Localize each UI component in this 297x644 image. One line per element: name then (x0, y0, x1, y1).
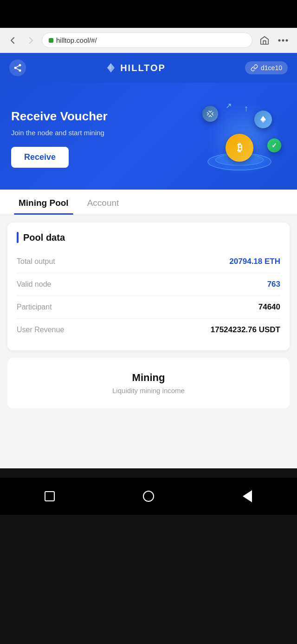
status-bar (0, 0, 297, 28)
table-row: Valid node 763 (17, 273, 280, 296)
mining-section: Mining Liquidity mining income (7, 358, 290, 408)
data-label-participant: Participant (17, 303, 52, 311)
url-text: hilltop.cool/#/ (56, 36, 97, 44)
more-options-button[interactable] (276, 33, 291, 48)
check-coin: ✓ (267, 138, 281, 152)
hero-content: Receive Voucher Join the node and start … (11, 109, 193, 167)
btc-coin: ₿ (226, 134, 253, 162)
triangle-icon (243, 490, 252, 502)
android-nav-bar (0, 478, 297, 515)
forward-button[interactable] (24, 34, 37, 47)
hero-subtitle: Join the node and start mining (11, 129, 193, 137)
svg-point-5 (19, 69, 21, 72)
mining-title: Mining (17, 372, 280, 384)
home-button[interactable] (257, 33, 272, 48)
link-icon (251, 64, 258, 72)
browser-actions (257, 33, 291, 48)
logo: HILLTOP (105, 62, 166, 73)
xrp-coin (202, 106, 218, 122)
data-label-total-output: Total output (17, 257, 55, 266)
data-value-valid-node: 763 (267, 280, 280, 289)
share-button[interactable] (9, 59, 26, 76)
svg-point-3 (19, 64, 21, 66)
circle-icon (143, 491, 154, 502)
card-title: Pool data (23, 232, 65, 243)
data-value-participant: 74640 (258, 302, 280, 312)
address-bar[interactable]: hilltop.cool/#/ (42, 33, 252, 48)
wallet-id: d1ce10 (261, 64, 282, 72)
arrow-icon-2: ↗ (226, 101, 232, 110)
home-nav-button[interactable] (140, 488, 157, 505)
data-value-user-revenue: 17524232.76 USDT (211, 325, 280, 335)
card-header: Pool data (17, 232, 280, 243)
table-row: Total output 20794.18 ETH (17, 250, 280, 273)
svg-line-7 (16, 66, 19, 67)
data-label-valid-node: Valid node (17, 280, 51, 289)
app-header: HILLTOP d1ce10 (0, 53, 297, 83)
table-row: Participant 74640 (17, 296, 280, 319)
svg-point-1 (282, 39, 284, 41)
hero-title: Receive Voucher (11, 109, 193, 124)
mining-subtitle: Liquidity mining income (17, 387, 280, 394)
browser-toolbar: hilltop.cool/#/ (0, 28, 297, 53)
logo-text: HILLTOP (120, 63, 166, 73)
svg-point-0 (278, 39, 281, 41)
hero-banner: Receive Voucher Join the node and start … (0, 83, 297, 190)
svg-marker-10 (107, 63, 111, 70)
svg-line-6 (16, 68, 19, 70)
recent-apps-button[interactable] (41, 488, 58, 505)
receive-button[interactable]: Receive (11, 147, 69, 168)
crypto-illustration: ₿ ✓ ↑ ↗ (193, 97, 286, 180)
lock-icon (49, 38, 53, 43)
back-nav-button[interactable] (239, 488, 256, 505)
svg-point-4 (14, 67, 17, 69)
wallet-badge[interactable]: d1ce10 (245, 61, 288, 74)
back-button[interactable] (6, 34, 19, 47)
table-row: User Revenue 17524232.76 USDT (17, 319, 280, 341)
tab-account[interactable]: Account (78, 190, 129, 215)
card-accent (17, 232, 19, 243)
ethereum-icon (105, 62, 116, 73)
main-content: Mining Pool Account Pool data Total outp… (0, 190, 297, 468)
pool-data-card: Pool data Total output 20794.18 ETH Vali… (7, 223, 290, 350)
square-icon (45, 491, 55, 501)
tab-mining-pool[interactable]: Mining Pool (9, 190, 78, 215)
data-value-total-output: 20794.18 ETH (229, 257, 280, 266)
data-label-user-revenue: User Revenue (17, 326, 64, 334)
eth-coin (254, 111, 272, 128)
svg-point-2 (286, 39, 288, 41)
tabs-container: Mining Pool Account (0, 190, 297, 215)
arrow-icon-1: ↑ (244, 104, 248, 113)
